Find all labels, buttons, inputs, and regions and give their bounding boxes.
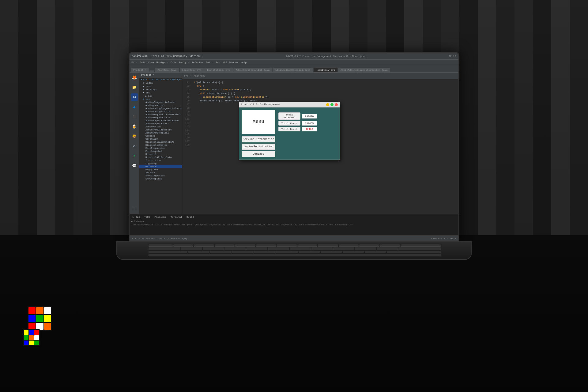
- key[interactable]: [343, 251, 364, 253]
- menu-edit[interactable]: Edit: [140, 61, 145, 64]
- key[interactable]: [359, 244, 379, 247]
- btn-minimize[interactable]: [326, 103, 329, 106]
- menu-run[interactable]: Run: [216, 61, 220, 64]
- tree-addingdiagnostic[interactable]: AddingDiagnosticCenter: [139, 101, 182, 104]
- tree-src[interactable]: ▼ src: [139, 98, 182, 101]
- tree-out[interactable]: ▼ out: [139, 91, 182, 94]
- tree-showhospital[interactable]: ShowHospital: [139, 177, 182, 180]
- tree-adminoption[interactable]: AdminOption: [139, 125, 182, 128]
- tab-adminaddinghospital[interactable]: AdminAddingHospital.java: [273, 68, 313, 72]
- key[interactable]: [203, 247, 224, 250]
- key[interactable]: [387, 251, 441, 253]
- tree-root[interactable]: ▼ COVID-19 Information Management System: [139, 78, 182, 81]
- btn-maximize[interactable]: [330, 103, 334, 106]
- tree-regoption[interactable]: RegOption: [139, 168, 182, 171]
- key[interactable]: [398, 247, 441, 250]
- tree-settings[interactable]: ▶ settings: [139, 88, 182, 91]
- key[interactable]: [321, 251, 342, 253]
- tab-mainmenu[interactable]: MainMenu.java: [155, 68, 179, 72]
- tree-addinghospital[interactable]: AddingHospital: [139, 104, 182, 107]
- key-space[interactable]: [149, 254, 441, 256]
- sidebar-icon-folder[interactable]: 📁: [131, 84, 138, 91]
- key[interactable]: [256, 244, 276, 247]
- tree-edithospital[interactable]: EditHospital: [139, 150, 182, 153]
- sidebar-icon-intellij[interactable]: IJ: [131, 93, 138, 101]
- sidebar-icon-beer[interactable]: 🍺: [131, 123, 138, 130]
- sidebar-icon-apps[interactable]: ⋮⋮: [131, 205, 138, 213]
- key[interactable]: [318, 244, 338, 247]
- sidebar-icon-message[interactable]: 💬: [131, 162, 138, 169]
- key[interactable]: [246, 247, 267, 250]
- key[interactable]: [380, 244, 400, 247]
- sidebar-icon-firefox[interactable]: 🦊: [131, 74, 138, 81]
- tree-editdiagnostic[interactable]: EditDiagnostic: [139, 147, 182, 150]
- menu-view[interactable]: View: [148, 61, 154, 64]
- menu-refactor[interactable]: Refactor: [192, 61, 203, 64]
- tree-mainmenu[interactable]: MainMenu: [139, 165, 182, 168]
- menu-navigate[interactable]: Navigate: [156, 61, 168, 64]
- menu-file[interactable]: File: [131, 61, 137, 64]
- key[interactable]: [215, 244, 235, 247]
- terminal-tab-build[interactable]: Build: [185, 215, 195, 219]
- tree-coronaday[interactable]: CoronaDay: [139, 138, 182, 141]
- terminal-tab-problems[interactable]: Problems: [153, 215, 167, 219]
- tree-bin[interactable]: ▶ bin: [139, 94, 182, 98]
- sidebar-icon-terminal[interactable]: ⬛: [131, 113, 138, 120]
- tree-vcs[interactable]: ▶ .vcs: [139, 85, 182, 88]
- tree-hospitalalldata[interactable]: HospitalAllDataInfo: [139, 156, 182, 159]
- key[interactable]: [276, 251, 298, 253]
- tab-adminhospitallist[interactable]: AdminHospital.List.java: [233, 68, 272, 72]
- key[interactable]: [355, 247, 376, 250]
- tree-loginreg[interactable]: LoginReg: [139, 162, 182, 165]
- key[interactable]: [277, 244, 297, 247]
- key[interactable]: [235, 244, 255, 247]
- tree-admindiagnosticlist[interactable]: AdminDiagnosticList: [139, 116, 182, 119]
- btn-contact[interactable]: Contact: [242, 151, 275, 157]
- activities-label[interactable]: Activities: [132, 55, 148, 58]
- tree-admindiagnosticall[interactable]: AdminDiagnosticAllDataInfo: [139, 113, 182, 116]
- key[interactable]: [311, 247, 333, 250]
- btn-close[interactable]: [335, 103, 338, 106]
- key[interactable]: [224, 247, 246, 250]
- tree-adminshowhospital[interactable]: AdminShowHospital: [139, 131, 182, 134]
- tree-adminaddinghospital[interactable]: AdminAddingHospital: [139, 110, 182, 113]
- menu-build[interactable]: Build: [206, 61, 213, 64]
- key[interactable]: [232, 251, 254, 253]
- tab-adminaddingdiagnostic[interactable]: AdminAddingDiagnosticCenter.java: [338, 68, 390, 72]
- sidebar-icon-brave[interactable]: 🦁: [131, 133, 138, 140]
- sidebar-icon-settings[interactable]: ⚙: [131, 142, 138, 150]
- menu-help[interactable]: Help: [241, 61, 247, 64]
- menu-vcs[interactable]: VCS: [223, 61, 227, 64]
- menu-window[interactable]: Window: [229, 61, 238, 64]
- key[interactable]: [254, 251, 276, 253]
- menu-analyze[interactable]: Analyze: [179, 61, 189, 64]
- key[interactable]: [149, 244, 173, 247]
- key[interactable]: [333, 247, 354, 250]
- key[interactable]: [188, 251, 209, 253]
- menu-code[interactable]: Code: [171, 61, 176, 64]
- tree-adminaddingdiagnostic[interactable]: AdminAddingDiagnosticCenter: [139, 107, 182, 110]
- key[interactable]: [339, 244, 359, 247]
- key[interactable]: [365, 251, 386, 253]
- tree-diagnosticcenter[interactable]: DiagnosticCenter: [139, 144, 182, 147]
- tree-adminshowdiagnostic[interactable]: AdminShowDiagnostic: [139, 128, 182, 131]
- key[interactable]: [290, 247, 311, 250]
- tree-showdiagnostic[interactable]: ShowDiagnostic: [139, 174, 182, 177]
- key[interactable]: [181, 247, 202, 250]
- key[interactable]: [194, 244, 214, 247]
- key[interactable]: [299, 251, 320, 253]
- terminal-tab-run[interactable]: ▶ Run: [131, 215, 141, 219]
- key[interactable]: [149, 247, 180, 250]
- tab-project[interactable]: Project ▾: [131, 68, 149, 72]
- btn-login-reg[interactable]: Login/Registration: [242, 144, 275, 150]
- terminal-tab-terminal[interactable]: Terminal: [169, 215, 183, 219]
- key[interactable]: [297, 244, 318, 247]
- tree-diagnosticalldate[interactable]: DiagnosticAllDateInfo: [139, 141, 182, 144]
- key[interactable]: [173, 244, 194, 247]
- tree-adminhospitalall[interactable]: AdminHospitalAllDataInfo: [139, 119, 182, 122]
- key[interactable]: [210, 251, 232, 253]
- sidebar-icon-spotify[interactable]: ♪: [131, 152, 138, 160]
- tree-idea[interactable]: ▶ .idea: [139, 81, 182, 85]
- key[interactable]: [149, 251, 187, 253]
- tab-hospital[interactable]: Hospital.java: [314, 68, 337, 72]
